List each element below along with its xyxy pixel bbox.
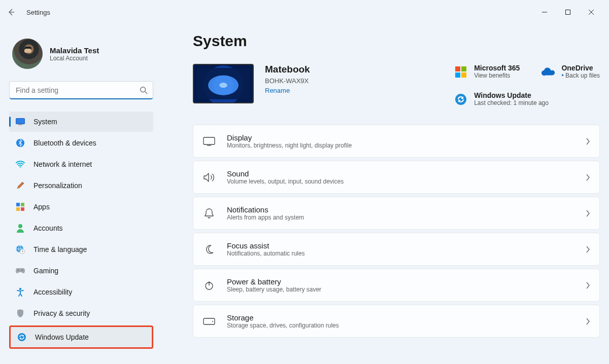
sidebar-item-system[interactable]: System — [9, 112, 153, 132]
window-controls — [533, 4, 603, 20]
profile-block[interactable]: Malavida Test Local Account — [12, 39, 153, 69]
minimize-icon — [542, 9, 548, 15]
sidebar-nav: System Bluetooth & devices Network & int… — [9, 112, 153, 349]
svg-rect-22 — [204, 137, 215, 144]
rename-link[interactable]: Rename — [265, 87, 310, 94]
main-panel: System Matebook BOHK-WAX9X Rename Micros… — [162, 24, 609, 364]
card-subtitle: Alerts from apps and system — [227, 214, 304, 221]
card-title: Display — [227, 133, 352, 142]
sidebar-item-label: Time & language — [33, 245, 87, 253]
moon-icon — [202, 243, 216, 256]
tile-onedrive[interactable]: OneDrive Back up files — [541, 64, 600, 79]
onedrive-icon — [541, 65, 555, 79]
power-icon — [202, 279, 216, 292]
microsoft-365-icon — [454, 65, 468, 79]
sidebar-item-label: Gaming — [33, 267, 58, 275]
sidebar-item-label: Windows Update — [35, 333, 89, 341]
sidebar-item-apps[interactable]: Apps — [9, 197, 153, 217]
sidebar-item-accounts[interactable]: Accounts — [9, 218, 153, 238]
svg-point-13 — [18, 270, 19, 271]
svg-point-1 — [141, 87, 146, 92]
svg-rect-7 — [21, 203, 24, 206]
card-display[interactable]: Display Monitors, brightness, night ligh… — [193, 125, 600, 158]
update-icon — [17, 332, 27, 342]
back-button[interactable] — [6, 7, 16, 17]
card-title: Storage — [227, 313, 339, 322]
window-title: Settings — [26, 9, 50, 16]
sidebar-item-personalization[interactable]: Personalization — [9, 175, 153, 196]
accessibility-icon — [15, 287, 25, 297]
sidebar-item-network[interactable]: Network & internet — [9, 154, 153, 174]
sidebar-item-label: Privacy & security — [33, 309, 90, 317]
sidebar-item-bluetooth[interactable]: Bluetooth & devices — [9, 133, 153, 153]
card-focus-assist[interactable]: Focus assist Notifications, automatic ru… — [193, 233, 600, 266]
card-title: Focus assist — [227, 241, 304, 250]
bluetooth-icon — [15, 138, 25, 148]
svg-rect-8 — [16, 207, 20, 211]
svg-point-5 — [20, 166, 21, 168]
sidebar-item-privacy[interactable]: Privacy & security — [9, 303, 153, 323]
apps-icon — [15, 202, 25, 212]
person-icon — [15, 223, 25, 233]
sidebar-item-gaming[interactable]: Gaming — [9, 261, 153, 281]
tile-subtitle: Back up files — [561, 72, 600, 79]
profile-name: Malavida Test — [50, 46, 99, 55]
gamepad-icon — [15, 266, 25, 276]
card-title: Notifications — [227, 205, 304, 214]
card-subtitle: Sleep, battery usage, battery saver — [227, 286, 321, 293]
chevron-right-icon — [585, 318, 590, 325]
device-thumbnail — [193, 64, 254, 103]
chevron-right-icon — [585, 138, 590, 145]
display-icon — [202, 135, 216, 148]
tile-m365[interactable]: Microsoft 365 View benefits — [454, 64, 520, 79]
page-title: System — [193, 32, 600, 50]
tile-title: Windows Update — [474, 91, 549, 99]
tile-title: OneDrive — [561, 64, 600, 72]
minimize-button[interactable] — [533, 4, 556, 20]
search-box — [9, 81, 153, 99]
svg-rect-18 — [461, 66, 466, 71]
chevron-right-icon — [585, 282, 590, 289]
card-notifications[interactable]: Notifications Alerts from apps and syste… — [193, 197, 600, 230]
svg-point-16 — [18, 333, 26, 341]
search-icon — [139, 86, 148, 95]
svg-point-21 — [455, 94, 466, 105]
svg-point-10 — [18, 224, 22, 228]
sidebar-item-windows-update[interactable]: Windows Update — [11, 327, 152, 347]
bell-icon — [202, 207, 216, 220]
search-input[interactable] — [9, 81, 153, 99]
avatar — [12, 39, 43, 69]
highlight-annotation: Windows Update — [9, 325, 153, 349]
card-storage[interactable]: Storage Storage space, drives, configura… — [193, 305, 600, 338]
svg-rect-9 — [21, 207, 24, 211]
arrow-left-icon — [7, 8, 15, 16]
monitor-icon — [15, 117, 25, 127]
globe-clock-icon — [15, 244, 25, 254]
settings-cards: Display Monitors, brightness, night ligh… — [193, 125, 600, 338]
maximize-icon — [565, 9, 571, 15]
card-power[interactable]: Power & battery Sleep, battery usage, ba… — [193, 269, 600, 302]
card-title: Power & battery — [227, 277, 321, 286]
svg-point-15 — [19, 288, 21, 290]
chevron-right-icon — [585, 210, 590, 217]
svg-rect-19 — [455, 72, 460, 78]
shield-icon — [15, 308, 25, 318]
close-button[interactable] — [580, 4, 603, 20]
chevron-right-icon — [585, 174, 590, 181]
device-name: Matebook — [265, 64, 310, 75]
tile-windows-update[interactable]: Windows Update Last checked: 1 minute ag… — [454, 91, 600, 106]
tile-subtitle: View benefits — [474, 72, 520, 79]
sidebar-item-time[interactable]: Time & language — [9, 239, 153, 260]
svg-point-14 — [22, 270, 23, 271]
card-sound[interactable]: Sound Volume levels, output, input, soun… — [193, 161, 600, 194]
sidebar-item-accessibility[interactable]: Accessibility — [9, 282, 153, 302]
device-model: BOHK-WAX9X — [265, 77, 310, 85]
update-icon — [454, 92, 468, 106]
sidebar-item-label: System — [33, 118, 57, 126]
maximize-button[interactable] — [556, 4, 580, 20]
card-title: Sound — [227, 169, 344, 178]
titlebar: Settings — [0, 0, 609, 24]
drive-icon — [202, 315, 216, 328]
card-subtitle: Monitors, brightness, night light, displ… — [227, 142, 352, 149]
tile-title: Microsoft 365 — [474, 64, 520, 72]
